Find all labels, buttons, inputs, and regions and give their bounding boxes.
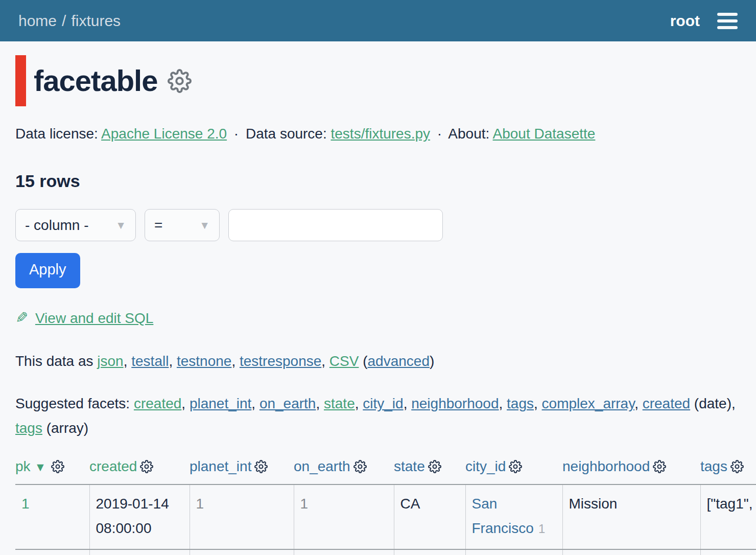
column-header-neighborhood: neighborhood	[562, 452, 700, 484]
city-link[interactable]: San Francisco	[472, 496, 534, 536]
export-link-testall[interactable]: testall	[131, 353, 169, 369]
column-header-planet-int: planet_int	[190, 452, 294, 484]
paren-open: (	[363, 353, 367, 369]
table-settings-gear-icon[interactable]	[168, 69, 192, 93]
license-link[interactable]: Apache License 2.0	[101, 126, 227, 142]
dot-separator: ·	[437, 126, 442, 142]
source-label: Data source:	[246, 126, 327, 142]
sort-city-id-link[interactable]: city_id	[465, 458, 506, 474]
cell-tags: ["tag1", "tag2"]	[700, 484, 756, 549]
facet-link-tags-array[interactable]: tags	[15, 420, 42, 436]
sql-link-row: ✎ View and edit SQL	[15, 305, 741, 331]
filter-column-select[interactable]: - column - ▼	[15, 209, 136, 241]
main-content: facetable Data license: Apache License 2…	[0, 55, 756, 555]
filter-operator-select[interactable]: = ▼	[145, 209, 220, 241]
about-link[interactable]: About Datasette	[493, 126, 596, 142]
apply-button[interactable]: Apply	[15, 253, 80, 288]
accent-bar	[15, 55, 26, 106]
column-header-tags: tags	[700, 452, 756, 484]
sort-pk-link[interactable]: pk	[15, 458, 31, 474]
page-title: facetable	[34, 56, 157, 106]
cell-pk: 1	[15, 484, 89, 549]
filter-form: - column - ▼ = ▼	[15, 209, 741, 241]
export-link-advanced[interactable]: advanced	[368, 353, 430, 369]
paren-close: )	[430, 353, 434, 369]
row-count: 15 rows	[15, 167, 741, 196]
column-menu-gear-icon[interactable]	[653, 460, 666, 473]
sort-tags-link[interactable]: tags	[700, 458, 727, 474]
facet-link-created-date[interactable]: created	[643, 396, 690, 411]
license-label: Data license:	[15, 126, 98, 142]
city-raw-id: 1	[538, 522, 545, 536]
cell-planet-int: 1	[190, 484, 294, 549]
facet-link-tags[interactable]: tags	[507, 396, 534, 411]
export-links-row: This data as jsontestalltestnonetestresp…	[15, 349, 741, 374]
metadata-line: Data license: Apache License 2.0 · Data …	[15, 122, 741, 146]
facet-link-neighborhood[interactable]: neighborhood	[411, 396, 499, 411]
export-link-testnone[interactable]: testnone	[177, 353, 231, 369]
top-nav: home/fixtures root	[0, 0, 756, 41]
facets-prefix: Suggested facets:	[15, 396, 130, 411]
export-link-json[interactable]: json	[97, 353, 123, 369]
column-menu-gear-icon[interactable]	[254, 460, 268, 473]
column-header-pk: pk▼	[15, 452, 89, 484]
facet-link-complex-array[interactable]: complex_array	[542, 396, 635, 411]
facet-link-city-id[interactable]: city_id	[363, 396, 403, 411]
row-pk-link[interactable]: 1	[21, 496, 30, 512]
cell-neighborhood: Mission	[562, 484, 700, 549]
cell-neighborhood: Dogpatch	[562, 549, 700, 555]
sort-planet-int-link[interactable]: planet_int	[190, 458, 251, 474]
filter-operator-value: =	[154, 213, 162, 238]
chevron-down-icon: ▼	[199, 220, 210, 230]
about-label: About:	[448, 126, 489, 142]
nav-right: root	[670, 8, 738, 34]
sort-on-earth-link[interactable]: on_earth	[294, 458, 350, 474]
cell-pk: 2	[15, 549, 89, 555]
column-menu-gear-icon[interactable]	[428, 460, 441, 473]
table-row: 1 2019-01-14 08:00:00 1 1 CA San Francis…	[15, 484, 756, 549]
cell-tags: ["tag1", "tag3"]	[700, 549, 756, 555]
column-header-created: created	[89, 452, 190, 484]
chevron-down-icon: ▼	[115, 220, 126, 230]
cell-on-earth: 1	[294, 484, 394, 549]
cell-city-id: San Francisco1	[465, 484, 562, 549]
suggested-facets-row: Suggested facets: createdplanet_inton_ea…	[15, 391, 741, 440]
sort-state-link[interactable]: state	[394, 458, 425, 474]
filter-value-input[interactable]	[228, 209, 443, 241]
column-header-city-id: city_id	[465, 452, 562, 484]
dot-separator: ·	[234, 126, 239, 142]
logged-in-user[interactable]: root	[670, 8, 700, 34]
column-menu-gear-icon[interactable]	[353, 460, 367, 473]
breadcrumb: home/fixtures	[18, 8, 121, 34]
source-link[interactable]: tests/fixtures.py	[331, 126, 431, 142]
column-menu-gear-icon[interactable]	[730, 460, 744, 473]
sort-desc-icon: ▼	[35, 460, 46, 474]
view-edit-sql-link[interactable]: View and edit SQL	[35, 310, 153, 326]
column-menu-gear-icon[interactable]	[509, 460, 522, 473]
cell-on-earth: 1	[294, 549, 394, 555]
column-menu-gear-icon[interactable]	[140, 460, 153, 473]
cell-state: CA	[394, 484, 465, 549]
filter-column-value: - column -	[25, 213, 88, 238]
column-header-state: state	[394, 452, 465, 484]
table-row: 2 2019-01-14 08:00:00 1 1 CA San Francis…	[15, 549, 756, 555]
breadcrumb-home-link[interactable]: home	[18, 12, 57, 29]
hamburger-menu-icon[interactable]	[717, 11, 738, 31]
column-menu-gear-icon[interactable]	[51, 460, 64, 473]
sort-neighborhood-link[interactable]: neighborhood	[562, 458, 650, 474]
facet-link-planet-int[interactable]: planet_int	[190, 396, 251, 411]
cell-city-id: San Francisco1	[465, 549, 562, 555]
page-title-row: facetable	[15, 55, 741, 106]
breadcrumb-database-link[interactable]: fixtures	[71, 12, 121, 29]
facet-link-created[interactable]: created	[134, 396, 181, 411]
cell-planet-int: 1	[190, 549, 294, 555]
pencil-icon: ✎	[15, 305, 28, 331]
facet-link-state[interactable]: state	[324, 396, 355, 411]
sort-created-link[interactable]: created	[89, 458, 137, 474]
export-link-testresponse[interactable]: testresponse	[240, 353, 321, 369]
export-link-csv[interactable]: CSV	[329, 353, 359, 369]
export-prefix: This data as	[15, 353, 93, 369]
table-header-row: pk▼ created planet_int on_earth state ci…	[15, 452, 756, 484]
facet-link-on-earth[interactable]: on_earth	[259, 396, 316, 411]
cell-created: 2019-01-14 08:00:00	[89, 549, 190, 555]
